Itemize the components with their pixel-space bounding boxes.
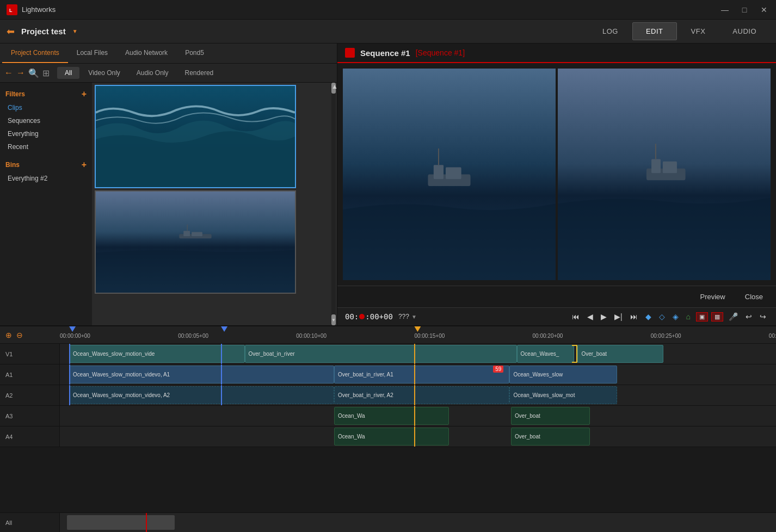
svg-rect-11 [446, 168, 461, 180]
timecode-display: 00::00+00 [345, 312, 393, 321]
blue-marker-2 [221, 326, 227, 332]
a1-clip-3[interactable]: Ocean_Waves_slow [509, 366, 617, 383]
clip-ocean-waves[interactable]: Ocean_Waves_slow_motion_videvo [95, 85, 335, 188]
add-bin-button[interactable]: + [82, 160, 87, 170]
a4-clip-2[interactable]: Over_boat [511, 428, 590, 446]
sidebar-item-clips[interactable]: Clips [0, 101, 92, 114]
panel-body: Filters + Clips Sequences Everything Rec… [0, 83, 337, 325]
v1-clip-1[interactable]: Ocean_Waves_slow_motion_vide [69, 345, 244, 363]
tab-audio-network[interactable]: Audio Network [116, 44, 176, 63]
a2-blue-line [69, 385, 70, 405]
sidebar-item-everything[interactable]: Everything [0, 127, 92, 140]
a4-clip-1[interactable]: Ocean_Wa [334, 428, 449, 446]
search-button[interactable]: 🔍 [28, 68, 39, 78]
menu-bar: ⬅ Project test ▼ LOG EDIT VFX AUDIO [0, 20, 776, 44]
timeline-ruler[interactable]: 00:00:00+00 00:00:05+00 00:00:10+00 00:0… [60, 326, 776, 343]
home-button[interactable]: ⌂ [684, 311, 693, 322]
step-forward-button[interactable]: ▶| [612, 311, 625, 322]
clip-river-boat[interactable]: Over_boat_in_river [95, 190, 335, 294]
a1-clip-2[interactable]: Over_boat_in_river, A1 [334, 366, 509, 383]
track-a3-content[interactable]: Ocean_Wa Over_boat [60, 406, 776, 426]
scroll-down-arrow[interactable]: ▼ [331, 314, 336, 325]
v1-clip-3[interactable]: Ocean_Waves_ [517, 345, 574, 363]
svg-rect-15 [651, 159, 661, 173]
zoom-in-button[interactable]: ⊕ [5, 331, 12, 339]
mark-clip-button[interactable]: ◈ [670, 311, 681, 322]
back-to-projects-button[interactable]: ⬅ [7, 26, 15, 38]
tab-log[interactable]: LOG [589, 23, 631, 40]
overwrite-button[interactable]: ▦ [711, 312, 723, 321]
back-button[interactable]: ← [4, 68, 13, 78]
source-dropdown[interactable]: ▼ [411, 314, 417, 320]
track-a4-content[interactable]: Ocean_Wa Over_boat [60, 426, 776, 447]
mini-playhead [146, 513, 147, 532]
add-filter-button[interactable]: + [82, 89, 87, 99]
tab-local-files[interactable]: Local Files [68, 44, 116, 63]
preview-button[interactable]: Preview [695, 290, 731, 303]
ruler-tick-0: 00:00:00+00 [60, 333, 90, 339]
tab-edit[interactable]: EDIT [632, 22, 677, 40]
filter-all[interactable]: All [57, 67, 79, 79]
a2-clip-2[interactable]: Over_boat_in_river, A2 [334, 386, 509, 404]
scroll-up-arrow[interactable]: ▲ [331, 83, 336, 94]
close-button[interactable]: ✕ [759, 5, 769, 14]
a3-clip-1[interactable]: Ocean_Wa [334, 407, 449, 425]
mark-in-button[interactable]: ◆ [643, 311, 654, 322]
sidebar-item-everything2[interactable]: Everything #2 [0, 172, 92, 185]
tab-project-contents[interactable]: Project Contents [2, 44, 68, 63]
insert-button[interactable]: ▣ [696, 312, 708, 321]
undo-button[interactable]: ↩ [743, 311, 754, 322]
filter-audio-only[interactable]: Audio Only [129, 67, 176, 79]
v1-clip-2[interactable]: Over_boat_in_river [245, 345, 517, 363]
zoom-out-button[interactable]: ⊖ [16, 331, 23, 339]
filter-rendered[interactable]: Rendered [177, 67, 221, 79]
audio-button[interactable]: 🎤 [726, 311, 740, 322]
preview-left[interactable] [343, 69, 556, 280]
ruler-tick-5: 00:00:05+00 [178, 333, 208, 339]
svg-rect-10 [434, 165, 444, 179]
sidebar-item-recent[interactable]: Recent [0, 140, 92, 153]
v1-clip-4[interactable]: Over_boat [577, 345, 663, 363]
preview-right[interactable] [558, 69, 771, 280]
filter-video-only[interactable]: Video Only [81, 67, 127, 79]
a2-clip-1[interactable]: Ocean_Waves_slow_motion_videvo, A2 [69, 386, 334, 404]
track-a3: A3 Ocean_Wa Over_boat [0, 406, 776, 426]
track-a4: A4 Ocean_Wa Over_boat [0, 426, 776, 447]
close-preview-button[interactable]: Close [740, 290, 768, 303]
track-a2-label: A2 [0, 385, 60, 405]
a4-yellow-line [414, 426, 415, 447]
title-bar: L Lightworks — □ ✕ [0, 0, 776, 20]
mark-out-button[interactable]: ◇ [657, 311, 667, 322]
svg-text:L: L [9, 8, 13, 13]
grid-view-button[interactable]: ⊞ [42, 68, 50, 78]
play-indicator [359, 314, 365, 319]
track-a1-content[interactable]: Ocean_Waves_slow_motion_videvo, A1 Over_… [60, 364, 776, 385]
track-v1-content[interactable]: Ocean_Waves_slow_motion_vide Over_boat_i… [60, 344, 776, 364]
forward-button[interactable]: → [16, 68, 25, 78]
tab-pond5[interactable]: Pond5 [176, 44, 213, 63]
tab-audio[interactable]: AUDIO [719, 23, 769, 40]
filters-label: Filters [5, 90, 25, 98]
goto-start-button[interactable]: ⏮ [570, 311, 582, 322]
mini-timeline[interactable] [60, 513, 776, 532]
a3-clip-2[interactable]: Over_boat [511, 407, 590, 425]
maximize-button[interactable]: □ [739, 5, 750, 14]
project-dropdown-arrow[interactable]: ▼ [72, 28, 78, 34]
a2-clip-3[interactable]: Ocean_Waves_slow_mot [509, 386, 617, 404]
redo-button[interactable]: ↪ [757, 311, 768, 322]
clip-ocean-waves-thumbnail: Ocean_Waves_slow_motion_videvo [95, 85, 296, 188]
goto-end-button[interactable]: ⏭ [628, 311, 640, 322]
play-button[interactable]: ▶ [599, 311, 609, 322]
timeline-tracks: V1 Ocean_Waves_slow_motion_vide Over_boa… [0, 344, 776, 512]
yellow-bracket [572, 345, 577, 363]
sidebar-item-sequences[interactable]: Sequences [0, 114, 92, 127]
tab-vfx[interactable]: VFX [678, 23, 719, 40]
track-a2-content[interactable]: Ocean_Waves_slow_motion_videvo, A2 Over_… [60, 385, 776, 405]
a1-clip-1[interactable]: Ocean_Waves_slow_motion_videvo, A1 [69, 366, 334, 383]
badge-59: 59 [493, 366, 503, 373]
track-a1: A1 Ocean_Waves_slow_motion_videvo, A1 Ov… [0, 364, 776, 385]
svg-rect-5 [183, 231, 190, 236]
step-back-button[interactable]: ◀ [585, 311, 595, 322]
scrollbar[interactable]: ▲ ▼ [331, 83, 336, 325]
minimize-button[interactable]: — [719, 5, 730, 14]
